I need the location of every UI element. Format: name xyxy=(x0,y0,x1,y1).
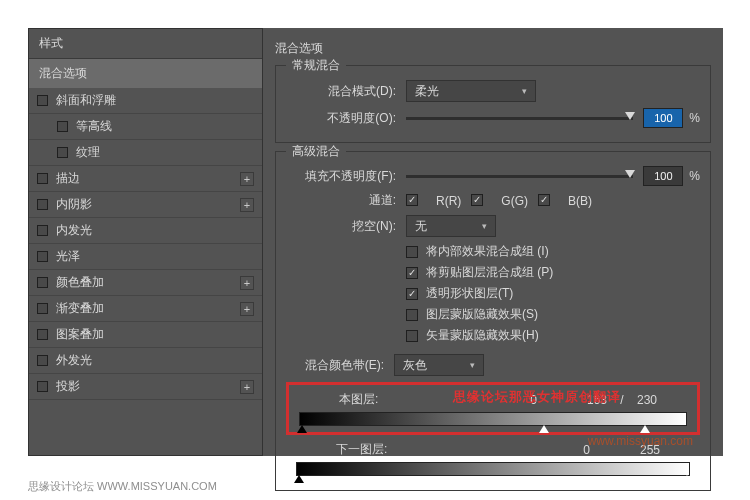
channel-g-label: G(G) xyxy=(501,194,528,208)
option-row: 矢量蒙版隐藏效果(H) xyxy=(406,327,700,344)
opacity-unit: % xyxy=(689,111,700,125)
option-checkbox[interactable] xyxy=(406,246,418,258)
option-row: 将内部效果混合成组 (I) xyxy=(406,243,700,260)
option-row: 透明形状图层(T) xyxy=(406,285,700,302)
sidebar-item[interactable]: 纹理 xyxy=(29,140,262,166)
sidebar-item[interactable]: 颜色叠加+ xyxy=(29,270,262,296)
blend-if-label: 混合颜色带(E): xyxy=(286,357,384,374)
opacity-slider[interactable] xyxy=(406,117,633,120)
sidebar-item-label: 渐变叠加 xyxy=(56,300,104,317)
blend-mode-label: 混合模式(D): xyxy=(286,83,396,100)
add-effect-button[interactable]: + xyxy=(240,198,254,212)
option-label: 透明形状图层(T) xyxy=(426,285,513,302)
sidebar-item-label: 内发光 xyxy=(56,222,92,239)
add-effect-button[interactable]: + xyxy=(240,302,254,316)
sidebar-item[interactable]: 内阴影+ xyxy=(29,192,262,218)
sidebar-item[interactable]: 内发光 xyxy=(29,218,262,244)
underlying-gradient[interactable] xyxy=(296,462,690,476)
blend-mode-value: 柔光 xyxy=(415,83,439,100)
style-checkbox[interactable] xyxy=(37,173,48,184)
fill-opacity-label: 填充不透明度(F): xyxy=(286,168,396,185)
style-checkbox[interactable] xyxy=(37,329,48,340)
sidebar-item-label: 等高线 xyxy=(76,118,112,135)
style-checkbox[interactable] xyxy=(37,303,48,314)
knockout-dropdown[interactable]: 无 ▾ xyxy=(406,215,496,237)
layer-style-dialog: 样式 混合选项 斜面和浮雕等高线纹理描边+内阴影+内发光光泽颜色叠加+渐变叠加+… xyxy=(28,28,723,456)
sidebar-item[interactable]: 描边+ xyxy=(29,166,262,192)
option-checkbox[interactable] xyxy=(406,330,418,342)
this-layer-label: 本图层: xyxy=(339,391,378,408)
chevron-down-icon: ▾ xyxy=(470,360,475,370)
option-checkbox[interactable] xyxy=(406,288,418,300)
blend-if-value: 灰色 xyxy=(403,357,427,374)
channels-label: 通道: xyxy=(286,192,396,209)
chevron-down-icon: ▾ xyxy=(522,86,527,96)
this-layer-high-b: 230 xyxy=(637,393,657,407)
option-label: 图层蒙版隐藏效果(S) xyxy=(426,306,538,323)
watermark-text: 思缘论坛那恶女神原创翻译 xyxy=(453,388,621,406)
sidebar-item-label: 投影 xyxy=(56,378,80,395)
channel-b-label: B(B) xyxy=(568,194,592,208)
channel-b-checkbox[interactable] xyxy=(538,194,550,206)
sidebar-item[interactable]: 投影+ xyxy=(29,374,262,400)
sidebar-item[interactable]: 渐变叠加+ xyxy=(29,296,262,322)
style-checkbox[interactable] xyxy=(57,121,68,132)
sidebar-item[interactable]: 等高线 xyxy=(29,114,262,140)
channel-r-checkbox[interactable] xyxy=(406,194,418,206)
chevron-down-icon: ▾ xyxy=(482,221,487,231)
opacity-input[interactable]: 100 xyxy=(643,108,683,128)
style-checkbox[interactable] xyxy=(37,381,48,392)
sidebar-item[interactable]: 斜面和浮雕 xyxy=(29,88,262,114)
option-row: 将剪贴图层混合成组 (P) xyxy=(406,264,700,281)
blend-if-dropdown[interactable]: 灰色 ▾ xyxy=(394,354,484,376)
style-checkbox[interactable] xyxy=(37,95,48,106)
channel-r-label: R(R) xyxy=(436,194,461,208)
style-checkbox[interactable] xyxy=(37,277,48,288)
option-row: 图层蒙版隐藏效果(S) xyxy=(406,306,700,323)
channel-g-checkbox[interactable] xyxy=(471,194,483,206)
add-effect-button[interactable]: + xyxy=(240,172,254,186)
sidebar-item-label: 颜色叠加 xyxy=(56,274,104,291)
watermark-url: www.missyuan.com xyxy=(588,434,693,448)
knockout-label: 挖空(N): xyxy=(286,218,396,235)
add-effect-button[interactable]: + xyxy=(240,380,254,394)
sidebar-item-label: 描边 xyxy=(56,170,80,187)
style-sidebar: 样式 混合选项 斜面和浮雕等高线纹理描边+内阴影+内发光光泽颜色叠加+渐变叠加+… xyxy=(28,28,263,456)
sidebar-item-label: 内阴影 xyxy=(56,196,92,213)
sidebar-item-blending-options[interactable]: 混合选项 xyxy=(29,59,262,88)
sidebar-item-label: 纹理 xyxy=(76,144,100,161)
general-group-label: 常规混合 xyxy=(286,57,346,74)
panel-title: 混合选项 xyxy=(275,40,711,57)
advanced-group-label: 高级混合 xyxy=(286,143,346,160)
option-label: 矢量蒙版隐藏效果(H) xyxy=(426,327,539,344)
page-footer: 思缘设计论坛 WWW.MISSYUAN.COM xyxy=(28,479,217,494)
this-layer-gradient[interactable] xyxy=(299,412,687,426)
sidebar-item-label: 外发光 xyxy=(56,352,92,369)
fill-opacity-input[interactable]: 100 xyxy=(643,166,683,186)
sidebar-item-label: 斜面和浮雕 xyxy=(56,92,116,109)
option-checkbox[interactable] xyxy=(406,267,418,279)
sidebar-item[interactable]: 外发光 xyxy=(29,348,262,374)
option-label: 将内部效果混合成组 (I) xyxy=(426,243,549,260)
fill-opacity-unit: % xyxy=(689,169,700,183)
style-checkbox[interactable] xyxy=(37,251,48,262)
style-checkbox[interactable] xyxy=(37,225,48,236)
sidebar-item-label: 图案叠加 xyxy=(56,326,104,343)
style-checkbox[interactable] xyxy=(37,355,48,366)
style-checkbox[interactable] xyxy=(57,147,68,158)
option-checkbox[interactable] xyxy=(406,309,418,321)
general-blend-group: 常规混合 混合模式(D): 柔光 ▾ 不透明度(O): 100 % xyxy=(275,65,711,143)
main-panel: 混合选项 常规混合 混合模式(D): 柔光 ▾ 不透明度(O): 100 % 高… xyxy=(263,28,723,456)
blend-mode-dropdown[interactable]: 柔光 ▾ xyxy=(406,80,536,102)
fill-opacity-slider[interactable] xyxy=(406,175,633,178)
opacity-label: 不透明度(O): xyxy=(286,110,396,127)
underlying-label: 下一图层: xyxy=(336,441,387,458)
sidebar-item[interactable]: 图案叠加 xyxy=(29,322,262,348)
style-checkbox[interactable] xyxy=(37,199,48,210)
sidebar-item[interactable]: 光泽 xyxy=(29,244,262,270)
sidebar-item-label: 光泽 xyxy=(56,248,80,265)
option-label: 将剪贴图层混合成组 (P) xyxy=(426,264,553,281)
knockout-value: 无 xyxy=(415,218,427,235)
add-effect-button[interactable]: + xyxy=(240,276,254,290)
sidebar-header: 样式 xyxy=(29,29,262,59)
